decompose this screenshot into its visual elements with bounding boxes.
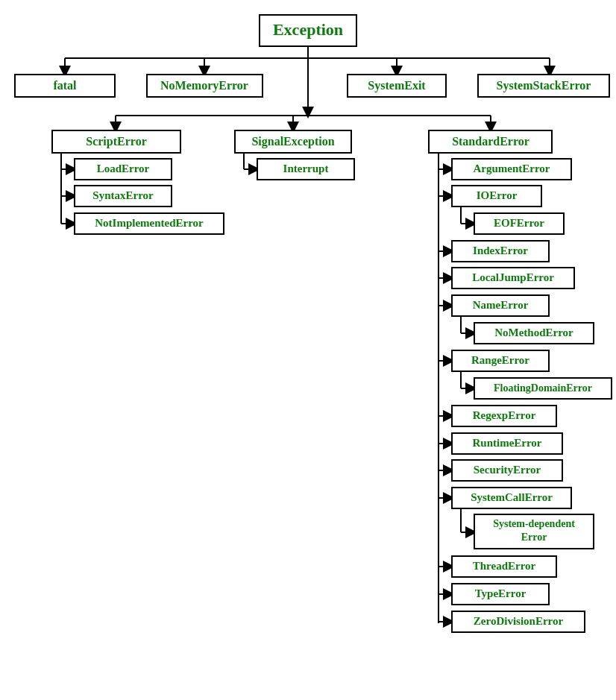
label-systemstackerror: SystemStackError (497, 79, 591, 92)
label-localjumperror: LocalJumpError (472, 271, 554, 283)
svg-rect-29 (437, 623, 440, 683)
node-systemstackerror: SystemStackError (478, 75, 609, 97)
node-nameerror: NameError (452, 295, 549, 316)
node-interrupt: Interrupt (257, 159, 354, 180)
node-rangeerror: RangeError (452, 350, 549, 371)
label-systemdependent-line2: Error (521, 532, 547, 543)
node-nomethoderror: NoMethodError (474, 323, 594, 344)
node-typeerror: TypeError (452, 584, 549, 605)
label-standarderror: StandardError (452, 135, 529, 148)
label-nomethoderror: NoMethodError (494, 327, 573, 338)
label-ioerror: IOError (477, 189, 518, 201)
node-argumenterror: ArgumentError (452, 159, 571, 180)
node-eoferror: EOFError (474, 213, 564, 234)
label-argumenterror: ArgumentError (473, 163, 550, 174)
label-indexerror: IndexError (473, 245, 528, 256)
node-systemcallerror: SystemCallError (452, 488, 571, 508)
node-signalexception: SignalException (235, 130, 351, 153)
label-fatal: fatal (53, 79, 77, 92)
node-standarderror: StandardError (429, 130, 552, 153)
node-floatingdomainerror: FloatingDomainError (474, 378, 612, 399)
label-notimplementederror: NotImplementedError (95, 217, 204, 229)
label-securityerror: SecurityError (474, 464, 541, 476)
label-eoferror: EOFError (494, 217, 544, 229)
node-systemexit: SystemExit (348, 75, 446, 97)
label-exception: Exception (273, 20, 343, 39)
node-localjumperror: LocalJumpError (452, 268, 574, 288)
node-regexperror: RegexpError (452, 406, 556, 426)
node-nomemoryerror: NoMemoryError (147, 75, 263, 97)
label-systemcallerror: SystemCallError (471, 491, 553, 503)
node-loaderror: LoadError (75, 159, 172, 180)
node-systemdependenterror: System-dependent Error (474, 514, 594, 549)
node-notimplementederror: NotImplementedError (75, 213, 224, 234)
label-systemexit: SystemExit (368, 79, 426, 92)
node-indexerror: IndexError (452, 241, 549, 262)
label-runtimeerror: RuntimeError (472, 437, 541, 449)
node-ioerror: IOError (452, 186, 541, 206)
node-exception: Exception (260, 15, 356, 46)
node-fatal: fatal (15, 75, 115, 97)
label-zerodivisionerror: ZeroDivisionError (474, 615, 564, 627)
label-typeerror: TypeError (475, 587, 527, 599)
node-zerodivisionerror: ZeroDivisionError (452, 611, 585, 632)
label-threaderror: ThreadError (473, 560, 536, 572)
node-runtimeerror: RuntimeError (452, 433, 562, 454)
label-loaderror: LoadError (97, 163, 150, 174)
node-syntaxerror: SyntaxError (75, 186, 172, 206)
label-interrupt: Interrupt (283, 163, 329, 174)
label-syntaxerror: SyntaxError (92, 189, 154, 201)
label-scripterror: ScriptError (86, 135, 146, 148)
label-rangeerror: RangeError (471, 354, 529, 366)
node-threaderror: ThreadError (452, 556, 556, 577)
label-nomemoryerror: NoMemoryError (160, 79, 248, 92)
exception-hierarchy-diagram: Exception fatal NoMemoryError SystemExit… (0, 0, 616, 700)
node-securityerror: SecurityError (452, 460, 562, 481)
label-systemdependent-line1: System-dependent (493, 518, 575, 529)
node-scripterror: ScriptError (52, 130, 180, 153)
label-nameerror: NameError (473, 299, 529, 311)
label-floatingdomainerror: FloatingDomainError (494, 382, 592, 394)
label-signalexception: SignalException (251, 135, 334, 148)
label-regexperror: RegexpError (473, 409, 536, 421)
